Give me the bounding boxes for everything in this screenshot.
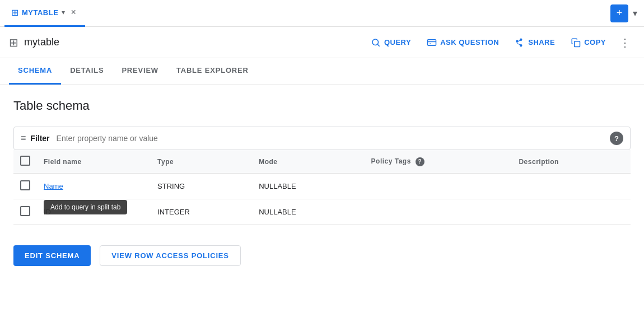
table-row: ID INTEGER NULLABLE	[13, 199, 631, 225]
tab-schema[interactable]: SCHEMA	[9, 58, 61, 85]
table-grid-icon: ⊞	[9, 36, 18, 49]
copy-button[interactable]: COPY	[564, 33, 613, 52]
share-icon	[515, 38, 525, 48]
field-name-link-name[interactable]: Name	[44, 182, 63, 190]
tab-title: MYTABLE	[22, 8, 58, 17]
row-name-policy-cell	[365, 174, 512, 199]
row-id-mode-cell: NULLABLE	[252, 199, 364, 225]
tabs-bar: SCHEMA DETAILS PREVIEW TABLE EXPLORER	[0, 58, 644, 85]
policy-tags-help-icon[interactable]: ?	[416, 157, 424, 166]
filter-icon: ≡	[21, 133, 26, 143]
table-title-area: ⊞ mytable	[9, 36, 59, 49]
row-id-policy-cell	[365, 199, 512, 225]
bottom-actions: EDIT SCHEMA VIEW ROW ACCESS POLICIES	[0, 234, 644, 266]
ask-question-icon	[427, 38, 437, 48]
filter-input[interactable]	[57, 134, 610, 143]
tab-overflow-button[interactable]: ▾	[631, 6, 640, 21]
row-name-checkbox-cell	[13, 174, 37, 199]
grid-icon: ⊞	[11, 7, 18, 18]
tab-chevron-icon[interactable]: ▾	[62, 8, 65, 16]
th-policy-tags: Policy Tags ?	[365, 150, 512, 174]
table-header-row: Field name Type Mode Policy Tags ? Descr…	[13, 150, 631, 174]
toolbar-actions: QUERY ASK QUESTION SHARE COPY ⋮	[364, 31, 635, 54]
tab-details[interactable]: DETAILS	[61, 58, 113, 85]
more-options-button[interactable]: ⋮	[615, 31, 635, 54]
filter-help-icon[interactable]: ?	[610, 132, 623, 145]
copy-icon	[571, 38, 581, 48]
field-name-tooltip-container: Name Add to query in split tab	[44, 182, 63, 190]
toolbar: ⊞ mytable QUERY ASK QUESTION SHARE COPY …	[0, 27, 644, 58]
svg-line-6	[517, 43, 521, 45]
th-type: Type	[151, 150, 252, 174]
content-area: Table schema ≡ Filter ? Field name Type	[0, 85, 644, 234]
section-title: Table schema	[13, 99, 631, 113]
query-icon	[371, 38, 381, 48]
ask-question-button[interactable]: ASK QUESTION	[420, 33, 506, 52]
share-button[interactable]: SHARE	[508, 33, 562, 52]
header-checkbox[interactable]	[20, 156, 30, 166]
row-id-checkbox[interactable]	[20, 206, 30, 216]
row-name-mode-cell: NULLABLE	[252, 174, 364, 199]
view-row-access-button[interactable]: VIEW ROW ACCESS POLICIES	[100, 245, 240, 266]
row-id-field-cell: ID	[37, 199, 151, 225]
query-button[interactable]: QUERY	[364, 33, 418, 52]
row-name-field-cell: Name Add to query in split tab	[37, 174, 151, 199]
filter-label: Filter	[30, 134, 49, 143]
th-mode: Mode	[252, 150, 364, 174]
schema-table: Field name Type Mode Policy Tags ? Descr…	[13, 150, 631, 225]
tab-strip: ⊞ MYTABLE ▾ ×	[4, 0, 85, 27]
svg-rect-2	[428, 39, 436, 45]
tab-close-icon[interactable]: ×	[68, 5, 78, 20]
row-name-type-cell: STRING	[151, 174, 252, 199]
th-checkbox	[13, 150, 37, 174]
svg-rect-7	[575, 41, 580, 46]
top-bar-right: + ▾	[610, 4, 640, 22]
th-field-name: Field name	[37, 150, 151, 174]
row-name-checkbox[interactable]	[20, 180, 30, 190]
row-name-description-cell	[512, 174, 631, 199]
svg-line-1	[377, 44, 379, 46]
add-tab-button[interactable]: +	[610, 4, 628, 22]
table-row: Name Add to query in split tab STRING NU…	[13, 174, 631, 199]
mytable-tab[interactable]: ⊞ MYTABLE ▾ ×	[4, 0, 85, 27]
row-id-checkbox-cell	[13, 199, 37, 225]
svg-point-0	[372, 39, 379, 45]
edit-schema-button[interactable]: EDIT SCHEMA	[13, 245, 91, 266]
tab-table-explorer[interactable]: TABLE EXPLORER	[167, 58, 258, 85]
filter-row: ≡ Filter ?	[13, 127, 631, 150]
tab-preview[interactable]: PREVIEW	[113, 58, 167, 85]
th-description: Description	[512, 150, 631, 174]
row-id-type-cell: INTEGER	[151, 199, 252, 225]
top-bar: ⊞ MYTABLE ▾ × + ▾	[0, 0, 644, 27]
row-id-description-cell	[512, 199, 631, 225]
table-name-label: mytable	[24, 36, 59, 48]
